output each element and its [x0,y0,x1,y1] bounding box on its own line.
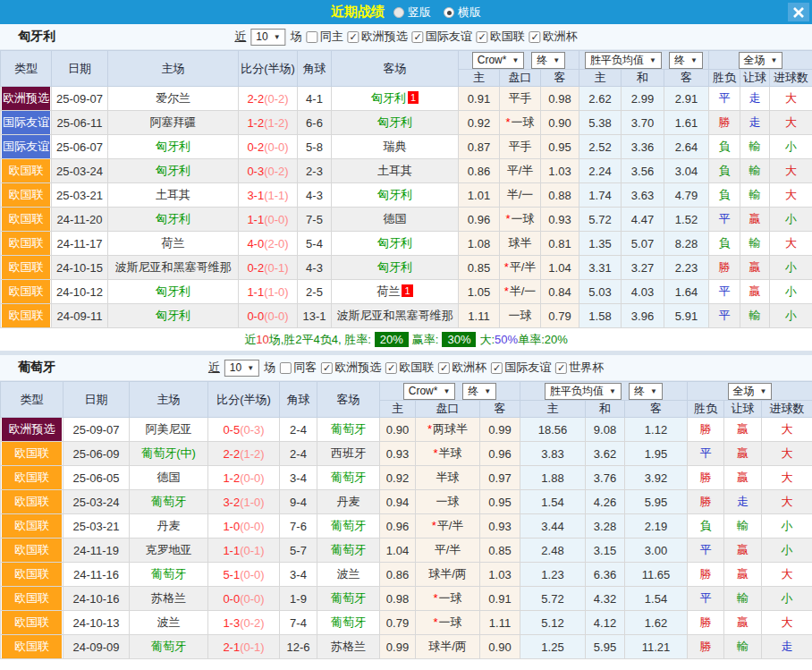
mean-away-cell: 1.12 [625,418,688,442]
home-cell: 葡萄牙 [130,563,208,587]
league-filter-checkbox[interactable]: ✓ [348,31,359,43]
odds-company-select[interactable]: Crow*▼ [403,383,456,400]
league-filter-checkbox[interactable]: ✓ [555,362,567,374]
fulltime-score: 1-0 [223,520,240,533]
mean-draw-cell: 3.70 [622,111,664,135]
league-filter-checkbox-label: 国际友谊 [426,29,472,45]
league-type-badge: 欧国联 [2,232,50,255]
odds-stage-select[interactable]: 终▼ [462,383,496,400]
league-cell: 欧国联 [1,514,63,539]
near-matches-link[interactable]: 近 [208,360,220,376]
mean-home-cell: 3.83 [520,442,586,466]
mean-away-cell: 2.23 [664,256,709,280]
layout-radio-vertical[interactable]: 竖版 [393,4,431,21]
handicap-result-cell-text: 輸 [749,309,761,322]
league-filter-checkbox[interactable]: ✓ [321,362,333,374]
home-cell: 匈牙利 [108,135,239,159]
league-filter-checkbox[interactable]: ✓ [477,31,488,43]
handicap-result-cell-text: 輸 [737,591,749,605]
close-button[interactable] [788,3,809,21]
mean-home-cell: 5.38 [579,111,622,135]
mean-stage-select[interactable]: 终▼ [669,52,703,69]
mean-draw-cell: 4.32 [586,587,625,611]
handicap-line-text: 平/半 [510,260,537,274]
mean-home-cell: 3.31 [579,256,622,280]
mean-home-cell: 18.56 [520,418,586,442]
goals-result-cell: 小 [770,135,812,159]
corner-cell: 4-3 [298,256,332,280]
league-filter-checkbox[interactable]: ✓ [412,31,424,43]
league-filter-checkbox[interactable]: ✓ [438,362,450,374]
handicap-line-text: 半/一 [510,284,537,298]
mean-stage-select[interactable]: 终▼ [629,383,663,400]
odds-home-cell: 0.86 [380,563,416,587]
handicap-result-cell: 贏 [724,563,762,587]
mean-draw-cell: 9.08 [586,418,625,442]
near-matches-link[interactable]: 近 [234,29,246,45]
odds-stage-select-value: 终 [468,384,478,399]
mean-away-cell: 5.95 [625,490,688,514]
sub-header: 进球数 [770,70,812,87]
odds-company-select[interactable]: Crow*▼ [472,52,525,69]
away-cell: 瑞典 [332,135,459,159]
league-cell: 欧国联 [1,587,63,611]
same-venue-checkbox[interactable] [280,362,292,374]
league-filter-checkbox[interactable]: ✓ [385,362,397,374]
result-cell: 平 [688,587,724,611]
result-cell: 平 [709,87,740,111]
league-filter-checkbox[interactable]: ✓ [529,31,541,43]
corner-cell: 9-4 [280,490,317,514]
handicap-result-cell: 贏 [740,256,770,280]
halftime-score: (0-0) [240,520,264,533]
odds-away-cell: 0.88 [541,183,579,208]
goals-result-cell: 大 [770,111,812,135]
sub-header: 和 [586,401,625,418]
goals-result-cell-text: 小 [785,140,797,153]
result-cell: 負 [709,183,740,208]
same-venue-checkbox[interactable] [307,31,318,43]
summary-segment: 10 [256,333,268,346]
radio-label: 横版 [458,4,481,21]
odds-stage-select[interactable]: 终▼ [531,52,565,69]
match-row: 欧国联24-10-16苏格兰0-0(0-0)1-9葡萄牙0.98*一球0.915… [1,587,812,611]
goals-result-cell: 小 [770,208,812,232]
scope-select[interactable]: 全场▼ [739,52,783,69]
handicap-line-text: 一球 [436,495,460,508]
match-row: 欧国联25-06-09葡萄牙(中)2-2(1-2)2-4西班牙0.93*半球0.… [1,442,812,466]
handicap-result-cell-text: 贏 [737,567,749,581]
team-label: 苏格兰 [151,591,186,605]
corner-cell: 12-6 [280,635,317,659]
score-cell: 2-1(0-1) [208,635,280,659]
away-cell: 葡萄牙 [317,418,380,442]
league-cell: 欧国联 [1,490,63,514]
away-cell: 葡萄牙 [317,539,380,563]
result-cell: 平 [709,304,740,328]
fulltime-score: 1-2 [223,471,240,485]
result-group-controls: 全场▼ [688,383,812,400]
mean-away-cell: 3.92 [625,466,688,490]
col-date-header: 日期 [63,382,130,418]
match-count-select[interactable]: 10▼ [250,29,285,46]
goals-result-cell-text: 大 [782,422,793,436]
scope-select[interactable]: 全场▼ [728,383,773,400]
mean-home-cell: 1.88 [520,466,586,490]
mean-draw-cell: 3.27 [622,256,664,280]
league-filter-checkbox[interactable]: ✓ [491,362,503,374]
away-cell: 葡萄牙 [317,587,380,611]
handicap-result-cell-text: 輸 [749,140,761,153]
handicap-result-cell: 贏 [724,539,762,563]
handicap-result-cell: 輸 [724,514,762,539]
result-cell-text: 負 [700,519,712,532]
fulltime-score: 2-2 [247,92,264,106]
result-cell-text: 勝 [719,115,731,129]
odds-home-cell: 0.96 [380,514,416,539]
mean-draw-cell: 2.99 [622,87,664,111]
goals-result-cell: 大 [770,183,812,208]
mean-type-select[interactable]: 胜平负均值▼ [545,383,622,400]
layout-radio-horizontal[interactable]: 横版 [444,4,481,21]
mean-type-select[interactable]: 胜平负均值▼ [585,52,662,69]
home-cell: 克罗地亚 [130,539,208,563]
result-cell: 勝 [688,466,724,490]
match-count-select[interactable]: 10▼ [224,360,259,377]
mean-draw-cell: 4.26 [586,490,625,514]
